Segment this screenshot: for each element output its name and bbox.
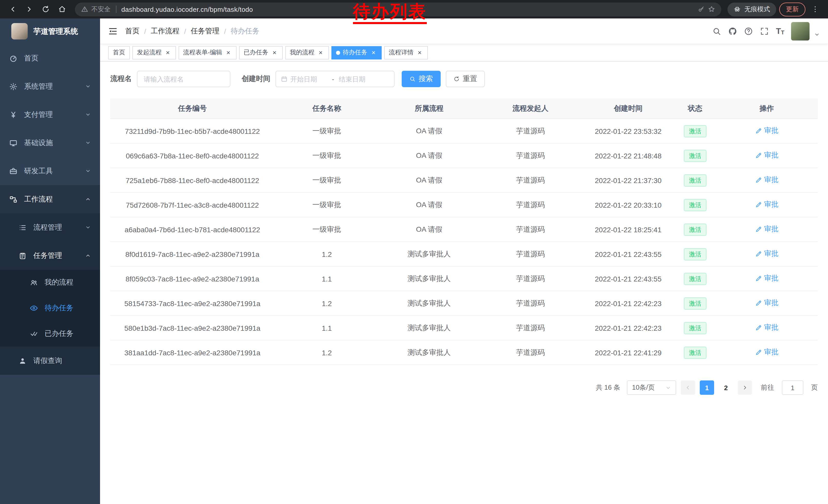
sidebar-item-devtools[interactable]: 研发工具 [0,157,100,185]
people-icon [30,278,38,287]
reset-button[interactable]: 重置 [446,71,485,87]
col-actions: 操作 [716,104,818,113]
process-name-input[interactable] [137,71,230,87]
prev-page-button[interactable] [681,380,695,395]
approve-link[interactable]: 审批 [755,348,779,357]
date-range-picker[interactable]: - [276,71,395,87]
page-size-select[interactable]: 10条/页 [627,380,676,395]
sidebar-item-payment[interactable]: 支付管理 [0,100,100,129]
sidebar-item-system[interactable]: 系统管理 [0,72,100,100]
sidebar-item-infrastructure[interactable]: 基础设施 [0,129,100,157]
reload-button[interactable] [39,3,52,16]
edit-icon [755,324,762,331]
cell-task-id: 8f059c03-7ac8-11ec-a9e2-a2380e71991a [110,275,275,283]
cell-starter: 芋道源码 [479,299,582,308]
breadcrumb-home[interactable]: 首页 [125,27,139,36]
fullscreen-icon[interactable] [760,27,769,36]
breadcrumb-workflow[interactable]: 工作流程 [151,27,179,36]
logo[interactable]: 芋道管理系统 [0,18,100,44]
sidebar-toggle[interactable] [108,27,118,36]
cell-task-id: 580e1b3d-7ac8-11ec-a9e2-a2380e71991a [110,324,275,332]
cell-task-name: 1.1 [275,324,379,332]
cell-task-id: 8f0d1619-7ac8-11ec-a9e2-a2380e71991a [110,250,275,258]
next-page-button[interactable] [738,380,752,395]
cell-create-time: 2022-01-21 22:42:23 [582,324,675,332]
font-size-icon[interactable]: TT [776,27,784,35]
approve-link[interactable]: 审批 [755,323,779,332]
status-badge: 激活 [684,248,706,260]
search-icon[interactable] [712,27,721,36]
col-create-time: 创建时间 [582,104,675,113]
table-row: 580e1b3d-7ac8-11ec-a9e2-a2380e71991a 1.1… [110,316,818,340]
help-icon[interactable] [744,27,753,36]
menu-dots-icon[interactable] [809,3,822,16]
page-2-button[interactable]: 2 [719,380,733,395]
approve-link[interactable]: 审批 [755,299,779,308]
table-row: 58154733-7ac8-11ec-a9e2-a2380e71991a 1.2… [110,291,818,316]
close-icon[interactable]: × [370,49,377,56]
search-button[interactable]: 搜索 [402,71,441,87]
chevron-down-icon [85,112,91,118]
sidebar: 芋道管理系统 首页 系统管理 支付管理 [0,18,100,504]
avatar-caret-icon[interactable] [814,32,820,37]
date-range-separator: - [330,75,336,83]
sidebar-item-my-process[interactable]: 我的流程 [0,270,100,295]
tab-process-form-edit[interactable]: 流程表单-编辑× [178,46,237,59]
approve-link[interactable]: 审批 [755,175,779,185]
edit-icon [755,201,762,208]
end-date-input[interactable] [339,75,376,83]
cell-create-time: 2022-01-22 21:48:48 [582,151,675,160]
cell-process: 测试多审批人 [379,274,479,283]
close-icon[interactable]: × [416,49,423,56]
search-icon [409,76,416,82]
key-icon[interactable] [698,6,705,13]
avatar[interactable] [791,22,810,40]
close-icon[interactable]: × [317,49,324,56]
cell-task-id: 381aa1dd-7ac8-11ec-a9e2-a2380e71991a [110,349,275,357]
bookmark-star-icon[interactable] [708,6,715,13]
approve-link[interactable]: 审批 [755,126,779,135]
tab-process-detail[interactable]: 流程详情× [384,46,428,59]
update-button[interactable]: 更新 [779,2,805,16]
goto-page-input[interactable] [782,380,803,395]
start-date-input[interactable] [290,75,327,83]
status-badge: 激活 [684,174,706,186]
approve-link[interactable]: 审批 [755,200,779,209]
cell-starter: 芋道源码 [479,126,582,136]
tab-home[interactable]: 首页 [108,46,130,59]
page-1-button[interactable]: 1 [700,380,714,395]
cell-task-id: 73211d9d-7b9b-11ec-b5b7-acde48001122 [110,127,275,135]
cell-task-name: 1.2 [275,299,379,307]
cell-task-name: 1.2 [275,250,379,258]
sidebar-item-home[interactable]: 首页 [0,44,100,72]
close-icon[interactable]: × [164,49,171,56]
warning-icon [81,6,88,13]
tab-my-process[interactable]: 我的流程× [285,46,329,59]
tab-done-tasks[interactable]: 已办任务× [239,46,283,59]
cell-create-time: 2022-01-22 23:53:32 [582,127,675,135]
approve-link[interactable]: 审批 [755,249,779,259]
approve-link[interactable]: 审批 [755,151,779,160]
sidebar-item-workflow[interactable]: 工作流程 [0,185,100,213]
sidebar-item-task-management[interactable]: 任务管理 [0,241,100,270]
breadcrumb-task-management[interactable]: 任务管理 [191,27,219,36]
cell-task-id: 75d72608-7b7f-11ec-a3c8-acde48001122 [110,201,275,209]
approve-link[interactable]: 审批 [755,274,779,283]
cell-create-time: 2022-01-21 22:43:55 [582,250,675,258]
address-bar[interactable]: 不安全 dashboard.yudao.iocoder.cn/bpm/task/… [75,2,721,16]
edit-icon [755,152,762,159]
sidebar-item-process-management[interactable]: 流程管理 [0,213,100,241]
close-icon[interactable]: × [271,49,278,56]
home-button[interactable] [55,3,69,16]
sidebar-item-done-tasks[interactable]: 已办任务 [0,321,100,347]
sidebar-item-leave-query[interactable]: 请假查询 [0,347,100,375]
back-button[interactable] [6,3,19,16]
close-icon[interactable]: × [225,49,232,56]
tab-start-process[interactable]: 发起流程× [132,46,176,59]
goto-label: 前往 [761,383,774,392]
forward-button[interactable] [23,3,36,16]
approve-link[interactable]: 审批 [755,225,779,234]
sidebar-item-todo-tasks[interactable]: 待办任务 [0,295,100,321]
github-icon[interactable] [728,27,738,36]
tab-todo-tasks[interactable]: 待办任务× [331,46,382,59]
